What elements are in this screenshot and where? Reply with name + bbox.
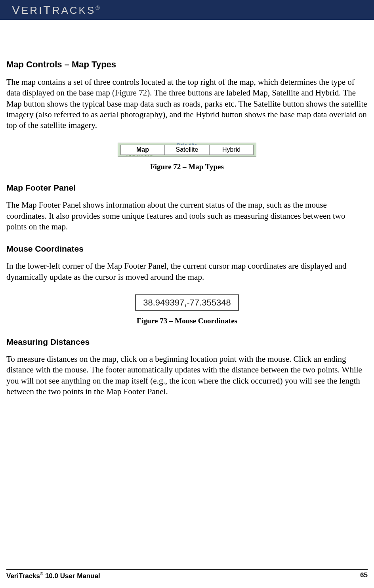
map-type-satellite-button[interactable]: Satellite	[165, 145, 209, 155]
mouse-coordinates-display: 38.949397,-77.355348	[135, 294, 239, 311]
footer-title: VeriTracks® 10.0 User Manual	[6, 571, 100, 580]
map-types-widget: Palo Alto Golf Course Map Satellite Hybr…	[118, 143, 256, 157]
body-map-footer: The Map Footer Panel shows information a…	[6, 200, 368, 232]
map-type-hybrid-button[interactable]: Hybrid	[209, 145, 254, 155]
app-header: VERITRACKS®	[0, 0, 374, 20]
heading-mouse-coordinates: Mouse Coordinates	[6, 244, 368, 254]
page-number: 65	[360, 571, 368, 580]
map-type-map-button[interactable]: Map	[120, 145, 165, 155]
heading-map-controls: Map Controls – Map Types	[6, 59, 368, 70]
body-map-controls: The map contains a set of three controls…	[6, 77, 368, 131]
figure-73-caption: Figure 73 – Mouse Coordinates	[6, 317, 368, 325]
body-mouse-coordinates: In the lower-left corner of the Map Foot…	[6, 261, 368, 283]
logo: VERITRACKS®	[12, 3, 100, 17]
heading-map-footer: Map Footer Panel	[6, 183, 368, 193]
figure-72: Palo Alto Golf Course Map Satellite Hybr…	[6, 143, 368, 157]
heading-measuring-distances: Measuring Distances	[6, 337, 368, 347]
map-type-buttons: Map Satellite Hybrid	[120, 145, 254, 155]
page-footer: VeriTracks® 10.0 User Manual 65	[6, 569, 368, 580]
page-content: Map Controls – Map Types The map contain…	[0, 20, 374, 397]
body-measuring-distances: To measure distances on the map, click o…	[6, 354, 368, 397]
figure-73: 38.949397,-77.355348	[6, 294, 368, 311]
figure-72-caption: Figure 72 – Map Types	[6, 162, 368, 171]
